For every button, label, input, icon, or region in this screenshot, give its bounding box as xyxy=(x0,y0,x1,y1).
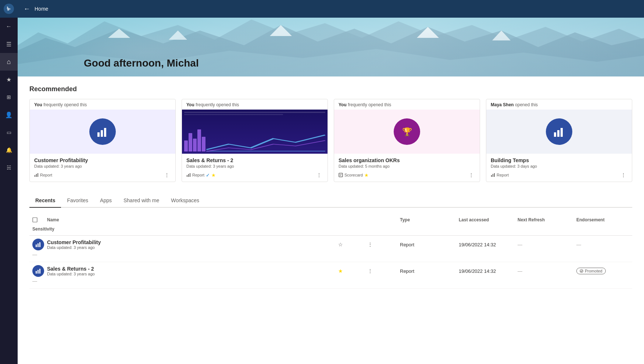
row-next-refresh-2: — xyxy=(515,267,573,275)
row-star-cell-1: ☆ xyxy=(338,242,368,247)
card-subtitle-2: Data updated: 3 years ago xyxy=(186,164,323,168)
card-subtitle-4: Data updated: 3 days ago xyxy=(491,164,627,168)
row-more-button-1[interactable]: ⋮ xyxy=(368,242,373,247)
svg-rect-13 xyxy=(339,173,343,177)
card-info-2: Sales & Returns - 2 Data updated: 3 year… xyxy=(182,154,328,182)
card-sales-returns[interactable]: You frequently opened this xyxy=(182,99,328,182)
card-customer-profitability[interactable]: You frequently opened this Customer Prof… xyxy=(29,99,176,182)
people-nav-icon[interactable]: 👤 xyxy=(0,106,18,124)
menu-nav-icon[interactable]: ☰ xyxy=(0,35,18,53)
row-more-button-2[interactable]: ⋮ xyxy=(368,268,373,274)
list-nav-icon[interactable]: ☵ xyxy=(0,159,18,176)
table-row[interactable]: Sales & Returns - 2 Data updated: 3 year… xyxy=(29,262,632,289)
card-header-1: You frequently opened this xyxy=(30,99,175,110)
sidebar: ⛷ ← ☰ ⌂ ★ ⊞ 👤 ▭ 🔔 ☵ xyxy=(0,0,18,364)
card-subtitle-1: Data updated: 3 years ago xyxy=(34,164,171,168)
svg-rect-19 xyxy=(491,175,492,177)
card-footer-3: Scorecard ★ ⋮ xyxy=(339,171,475,179)
table-header: Name Type Last accessed Next Refresh End… xyxy=(29,214,632,236)
svg-rect-25 xyxy=(39,242,40,247)
card-name-3: Sales organization OKRs xyxy=(339,157,475,163)
star-icon-2[interactable]: ★ xyxy=(211,172,216,178)
col-header-sensitivity: Sensitivity xyxy=(29,225,47,233)
row-name-cell-1: Customer Profitability Data updated: 3 y… xyxy=(47,239,338,250)
recommended-cards: You frequently opened this Customer Prof… xyxy=(29,99,632,182)
star-icon-3[interactable]: ★ xyxy=(364,172,369,178)
favorites-nav-icon[interactable]: ★ xyxy=(0,71,18,88)
svg-rect-23 xyxy=(36,245,37,247)
home-nav-icon[interactable]: ⌂ xyxy=(0,53,18,71)
scorecard-icon-3 xyxy=(339,173,343,177)
tab-apps[interactable]: Apps xyxy=(94,194,118,208)
card-badge-text-2: frequently opened this xyxy=(196,102,239,107)
row-name-2: Sales & Returns - 2 xyxy=(47,266,335,272)
hero-banner: Good afternoon, Michal xyxy=(18,18,644,76)
card-thumbnail-4 xyxy=(486,110,632,154)
card-info-3: Sales organization OKRs Data updated: 5 … xyxy=(334,154,480,182)
row-sensitivity-2: — xyxy=(29,277,47,285)
back-nav-icon[interactable]: ← xyxy=(0,18,18,35)
col-header-icon xyxy=(29,216,47,225)
row-subtitle-2: Data updated: 3 years ago xyxy=(47,272,335,276)
card-name-1: Customer Profitability xyxy=(34,157,171,163)
svg-rect-22 xyxy=(33,218,37,222)
svg-text:⛷: ⛷ xyxy=(6,6,11,12)
topbar: ← Home xyxy=(18,0,644,18)
card-type-label-2: Report xyxy=(192,173,204,177)
tab-favorites[interactable]: Favorites xyxy=(61,194,94,208)
card-more-button-1[interactable]: ⋮ xyxy=(163,171,171,179)
hero-greeting: Good afternoon, Michal xyxy=(84,57,199,69)
col-header-endorsement: Endorsement xyxy=(573,216,632,225)
report-icon-2 xyxy=(186,173,191,177)
card-header-3: You frequently opened this xyxy=(334,99,480,110)
card-badge-text-1: frequently opened this xyxy=(43,102,87,107)
card-actions-1: ⋮ xyxy=(163,171,171,179)
card-more-button-4[interactable]: ⋮ xyxy=(619,171,627,179)
card-actions-2: ⋮ xyxy=(315,171,323,179)
tab-shared[interactable]: Shared with me xyxy=(118,194,165,208)
apps-nav-icon[interactable]: ⊞ xyxy=(0,88,18,106)
monitor-nav-icon[interactable]: ▭ xyxy=(0,124,18,141)
row-type-2: Report xyxy=(397,267,456,275)
card-more-button-2[interactable]: ⋮ xyxy=(315,171,323,179)
svg-rect-9 xyxy=(187,175,187,177)
svg-rect-24 xyxy=(37,243,39,247)
check-circle-icon xyxy=(580,269,583,273)
row-icon-2 xyxy=(32,265,44,277)
svg-rect-11 xyxy=(190,173,190,177)
row-more-cell-1: ⋮ xyxy=(368,242,397,247)
svg-rect-7 xyxy=(36,174,37,177)
card-type-2: Report ✓ ★ xyxy=(186,172,216,178)
card-name-4: Building Temps xyxy=(491,157,627,163)
card-icon-3: 🏆 xyxy=(394,118,420,145)
table-row[interactable]: Customer Profitability Data updated: 3 y… xyxy=(29,236,632,262)
row-star-icon-2[interactable]: ★ xyxy=(338,268,343,274)
row-icon-cell-2 xyxy=(29,265,47,277)
tab-workspaces[interactable]: Workspaces xyxy=(165,194,205,208)
col-header-name: Name xyxy=(47,216,338,225)
recents-table: Name Type Last accessed Next Refresh End… xyxy=(29,214,632,289)
card-building-temps[interactable]: Maya Shen opened this Building Temps Dat… xyxy=(486,99,632,182)
row-name-1: Customer Profitability xyxy=(47,239,335,245)
col-header-more xyxy=(368,216,397,225)
promoted-label: Promoted xyxy=(585,269,602,273)
card-actions-3: ⋮ xyxy=(467,171,475,179)
report-icon-1 xyxy=(34,173,39,177)
tab-recents[interactable]: Recents xyxy=(29,194,61,208)
card-badge-name-4: Maya Shen xyxy=(491,102,514,107)
content-area: Recommended You frequently opened this C… xyxy=(18,76,644,364)
row-endorsement-2: Promoted xyxy=(573,266,632,276)
app-logo: ⛷ xyxy=(0,0,18,18)
row-star-icon-1[interactable]: ☆ xyxy=(338,242,343,247)
svg-rect-16 xyxy=(554,132,556,137)
card-header-4: Maya Shen opened this xyxy=(486,99,632,110)
card-info-4: Building Temps Data updated: 3 days ago … xyxy=(486,154,632,182)
bell-nav-icon[interactable]: 🔔 xyxy=(0,141,18,159)
card-badge-text-4: opened this xyxy=(515,102,538,107)
svg-rect-6 xyxy=(35,175,35,177)
card-name-2: Sales & Returns - 2 xyxy=(186,157,323,163)
svg-rect-4 xyxy=(101,130,103,137)
card-more-button-3[interactable]: ⋮ xyxy=(467,171,475,179)
card-sales-okrs[interactable]: You frequently opened this 🏆 Sales organ… xyxy=(334,99,480,182)
topbar-back-button[interactable]: ← xyxy=(24,5,30,13)
